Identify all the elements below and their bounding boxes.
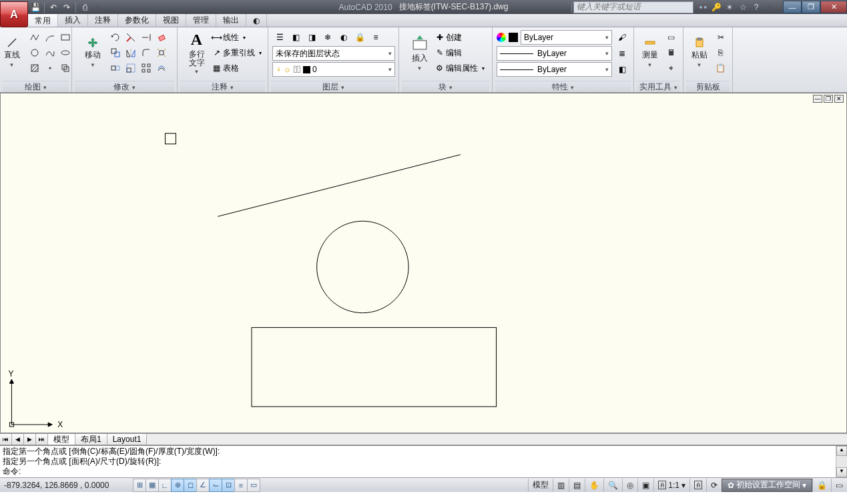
steering-wheel-icon[interactable]: ◎ xyxy=(622,479,637,492)
edit-attr-button[interactable]: ⚙编辑属性▾ xyxy=(435,61,485,75)
toolbar-lock-icon[interactable]: 🔒 xyxy=(812,479,831,492)
match-prop-icon[interactable]: 🖌 xyxy=(615,30,629,45)
circle-icon[interactable] xyxy=(27,45,42,60)
line-button[interactable]: 直线 ▼ xyxy=(0,30,25,75)
quickcalc-icon[interactable]: 🖩 xyxy=(664,45,679,60)
tab-model[interactable]: 模型 xyxy=(48,434,75,445)
shape-circle[interactable] xyxy=(317,221,408,312)
panel-title-utilities[interactable]: 实用工具 xyxy=(637,81,680,92)
dimension-linear-button[interactable]: ⟷ 线性 ▾ xyxy=(212,30,262,45)
tab-nav-prev[interactable]: ◀ xyxy=(12,434,24,445)
tab-view[interactable]: 视图 xyxy=(156,14,186,27)
minimize-button[interactable]: — xyxy=(783,1,802,13)
binoculars-icon[interactable]: 👓 xyxy=(696,1,710,13)
tab-nav-last[interactable]: ⏭ xyxy=(36,434,48,445)
tab-home[interactable]: 常用 xyxy=(28,14,58,27)
doc-minimize-button[interactable]: — xyxy=(813,95,822,103)
annotation-scale[interactable]: 🄰 1:1 ▾ xyxy=(653,479,689,492)
ortho-toggle[interactable]: ∟ xyxy=(158,479,172,492)
annotation-visibility-icon[interactable]: 🄰 xyxy=(689,479,706,492)
hatch-icon[interactable] xyxy=(27,61,42,75)
paste-special-icon[interactable]: 📋 xyxy=(714,61,728,75)
tab-manage[interactable]: 管理 xyxy=(186,14,216,27)
layer-state-combo[interactable]: 未保存的图层状态▾ xyxy=(272,46,395,61)
extend-icon[interactable] xyxy=(139,30,154,45)
model-paper-toggle[interactable]: 模型 xyxy=(528,479,553,492)
scale-icon[interactable] xyxy=(123,61,138,75)
workspace-switcher[interactable]: ✿ 初始设置工作空间 ▾ xyxy=(722,479,812,492)
layer-off-icon[interactable]: ◐ xyxy=(336,30,351,45)
tab-parametric[interactable]: 参数化 xyxy=(118,14,156,27)
explode-icon[interactable] xyxy=(154,45,169,60)
cut-icon[interactable]: ✂ xyxy=(714,30,728,45)
polar-toggle[interactable]: ⊕ xyxy=(171,479,184,492)
tab-annotate[interactable]: 注释 xyxy=(88,14,118,27)
scroll-up-icon[interactable]: ▲ xyxy=(836,446,847,456)
command-scrollbar[interactable]: ▲ ▼ xyxy=(836,446,847,477)
arc-icon[interactable] xyxy=(43,30,57,45)
showmotion-icon[interactable]: ▣ xyxy=(637,479,653,492)
doc-restore-button[interactable]: ❐ xyxy=(824,95,833,103)
shape-rectangle[interactable] xyxy=(252,328,497,407)
fillet-icon[interactable] xyxy=(139,45,154,60)
move-button[interactable]: 移动 ▼ xyxy=(80,30,105,75)
annotation-autoscale-icon[interactable]: ⟳ xyxy=(706,479,722,492)
print-icon[interactable]: ⎙ xyxy=(79,1,91,13)
spline-icon[interactable] xyxy=(43,45,57,60)
insert-block-button[interactable]: 插入 ▼ xyxy=(407,30,433,75)
scroll-down-icon[interactable]: ▼ xyxy=(836,467,847,477)
close-button[interactable]: ✕ xyxy=(820,1,847,13)
key-icon[interactable]: 🔑 xyxy=(710,1,723,13)
panel-title-annotate[interactable]: 注释 xyxy=(180,81,265,92)
redo-icon[interactable]: ↷ xyxy=(61,1,73,13)
save-icon[interactable]: 💾 xyxy=(29,1,41,13)
list-icon[interactable]: ≣ xyxy=(615,46,629,61)
tab-nav-first[interactable]: ⏮ xyxy=(0,434,12,445)
quick-view-drawings-icon[interactable]: ▤ xyxy=(569,479,585,492)
quick-view-layouts-icon[interactable]: ▥ xyxy=(553,479,569,492)
mirror-icon[interactable] xyxy=(123,45,138,60)
help-search-input[interactable]: 键入关键字或短语 xyxy=(573,1,693,13)
coordinates-display[interactable]: -879.3264, 126.8669 , 0.0000 xyxy=(0,481,133,490)
copy-icon[interactable] xyxy=(108,45,123,60)
table-button[interactable]: ▦ 表格 xyxy=(212,61,262,75)
panel-title-draw[interactable]: 绘图 xyxy=(3,81,69,92)
cad-viewport[interactable]: X Y xyxy=(1,93,846,433)
point-icon[interactable] xyxy=(43,61,57,75)
application-menu-button[interactable]: A xyxy=(0,1,28,27)
paste-button[interactable]: 粘贴 ▼ xyxy=(688,30,711,75)
command-window[interactable]: 指定第一个角点或 [倒角(C)/标高(E)/圆角(F)/厚度(T)/宽度(W)]… xyxy=(0,445,847,477)
panel-title-block[interactable]: 块 xyxy=(402,81,489,92)
help-dropdown-icon[interactable] xyxy=(763,1,776,13)
color-palette-icon[interactable] xyxy=(497,33,506,42)
tab-layout1[interactable]: 布局1 xyxy=(75,434,107,445)
offset-icon[interactable] xyxy=(154,61,169,75)
erase-icon[interactable] xyxy=(154,30,169,45)
tab-insert[interactable]: 插入 xyxy=(58,14,88,27)
layer-match-icon[interactable]: ≡ xyxy=(368,30,383,45)
layer-freeze-icon[interactable]: ❄ xyxy=(320,30,335,45)
shape-small-square[interactable] xyxy=(166,134,176,144)
panel-title-properties[interactable]: 特性 xyxy=(495,81,631,92)
region-icon[interactable] xyxy=(58,61,73,75)
tab-output[interactable]: 输出 xyxy=(216,14,246,27)
tab-extra-icon[interactable]: ◐ xyxy=(246,14,267,27)
favorite-icon[interactable]: ☆ xyxy=(736,1,750,13)
layer-states-icon[interactable]: ◧ xyxy=(288,30,303,45)
pan-icon[interactable]: ✋ xyxy=(585,479,603,492)
mtext-button[interactable]: A 多行 文字 ▼ xyxy=(184,30,210,75)
trim-icon[interactable] xyxy=(123,30,138,45)
qp-toggle[interactable]: ▭ xyxy=(247,479,260,492)
create-block-button[interactable]: ✚创建 xyxy=(435,30,485,45)
command-prompt[interactable]: 命令: xyxy=(3,467,844,477)
shape-line[interactable] xyxy=(218,155,461,217)
ellipse-icon[interactable] xyxy=(58,45,73,60)
tab-layout2[interactable]: Layout1 xyxy=(107,434,148,445)
lwt-toggle[interactable]: ≡ xyxy=(234,479,248,492)
id-point-icon[interactable]: ⌖ xyxy=(664,61,679,75)
select-icon[interactable]: ▭ xyxy=(664,30,679,45)
qat-dropdown-icon[interactable] xyxy=(92,1,104,13)
polyline-icon[interactable] xyxy=(27,30,42,45)
ducs-toggle[interactable]: ⌙ xyxy=(209,479,222,492)
color-combo[interactable]: ByLayer▾ xyxy=(521,30,612,45)
